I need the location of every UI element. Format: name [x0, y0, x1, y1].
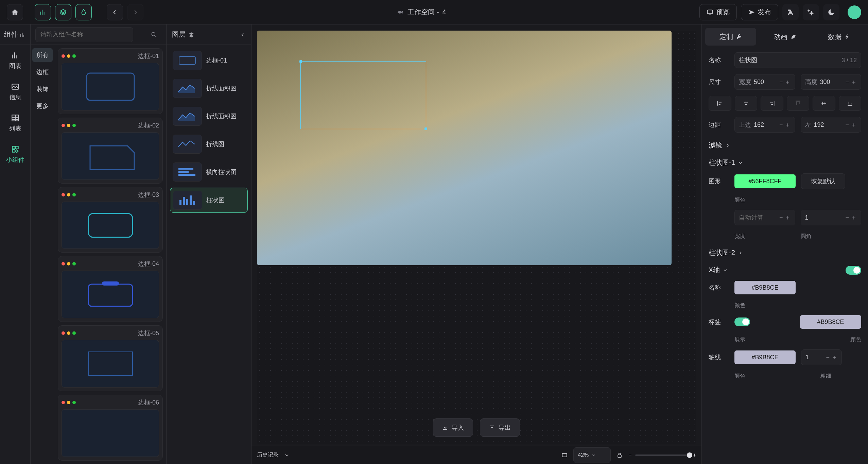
tab-custom[interactable]: 定制 — [705, 28, 756, 46]
selection-box[interactable] — [300, 61, 426, 129]
layer-item[interactable]: 边框-01 — [170, 48, 248, 73]
fit-icon[interactable] — [561, 452, 568, 459]
stepper[interactable]: − ＋ — [845, 78, 857, 86]
gallery-card[interactable]: 边框-05 — [58, 325, 163, 391]
xaxis-switch[interactable] — [846, 266, 861, 275]
lab-size: 尺寸 — [709, 78, 729, 86]
chevron-left-icon[interactable] — [240, 32, 246, 38]
align-vcenter[interactable] — [813, 96, 835, 111]
axis-line-weight-input[interactable] — [805, 354, 823, 361]
layer-item[interactable]: 折线面积图 — [170, 104, 248, 128]
publish-button[interactable]: 发布 — [741, 4, 778, 20]
radius-input[interactable] — [805, 214, 843, 221]
sub-color: 颜色 — [734, 196, 745, 204]
reset-default-button[interactable]: 恢复默认 — [801, 173, 845, 189]
lab-axis-tick: 标签 — [709, 318, 729, 326]
name-input[interactable] — [739, 57, 839, 64]
svg-rect-5 — [88, 213, 133, 237]
chart-icon — [11, 51, 20, 60]
gallery-card[interactable]: 边框-04 — [58, 256, 163, 322]
shape-color-swatch[interactable]: #56FF8CFF — [734, 174, 796, 188]
stepper[interactable]: − ＋ — [779, 78, 791, 86]
stepper[interactable]: − ＋ — [845, 213, 857, 222]
section-series2[interactable]: 柱状图-2 — [709, 248, 861, 257]
tab-anim[interactable]: 动画 — [760, 28, 811, 46]
filter-deco[interactable]: 装饰 — [32, 82, 53, 96]
lock-icon[interactable] — [616, 452, 623, 459]
axis-tick-switch[interactable] — [734, 317, 750, 326]
gallery-card[interactable]: 边框-02 — [58, 118, 163, 184]
height-field[interactable]: 高度− ＋ — [801, 74, 862, 90]
sub-axis-name: 颜色 — [734, 302, 745, 309]
gallery-card[interactable]: 边框-01 — [58, 48, 163, 114]
axis-line-weight-field[interactable]: − ＋ — [801, 349, 842, 365]
card-grid: 边框-01 边框-02 边框-03 边框-04 边框-05 — [54, 45, 166, 464]
section-filter[interactable]: 滤镜 — [709, 141, 861, 150]
home-button[interactable] — [7, 4, 23, 20]
zoom-slider[interactable]: −+ — [628, 452, 696, 458]
rail-item-info[interactable]: 信息 — [0, 76, 30, 107]
gallery-card[interactable]: 边框-06 — [58, 395, 163, 461]
preview-button[interactable]: 预览 — [699, 4, 737, 20]
darkmode-button[interactable] — [823, 4, 839, 20]
filter-all[interactable]: 所有 — [32, 48, 53, 62]
import-button[interactable]: 导入 — [433, 418, 473, 437]
margin-left-field[interactable]: 左− ＋ — [801, 117, 862, 133]
axis-name-color[interactable]: #B9B8CE — [734, 281, 796, 294]
rail-label: 信息 — [9, 93, 21, 101]
rail-item-widget[interactable]: 小组件 — [0, 139, 30, 170]
stepper[interactable]: − ＋ — [845, 121, 857, 129]
section-xaxis[interactable]: X轴 — [709, 265, 861, 275]
chevron-down-icon — [723, 268, 728, 273]
filter-more[interactable]: 更多 — [32, 99, 53, 113]
undo-button[interactable] — [107, 4, 123, 20]
margin-top-input[interactable] — [754, 121, 777, 128]
width-input[interactable] — [754, 79, 777, 86]
tool-chart-button[interactable] — [35, 4, 51, 20]
section-series1[interactable]: 柱状图-1 — [709, 158, 861, 167]
card-label: 边框-04 — [138, 260, 159, 268]
layer-item[interactable]: 横向柱状图 — [170, 160, 248, 184]
margin-top-field[interactable]: 上边− ＋ — [734, 117, 795, 133]
axis-tick-color[interactable]: #B9B8CE — [800, 315, 861, 329]
auto-width-field[interactable]: − ＋ — [734, 210, 795, 225]
layer-item[interactable]: 柱状图 — [170, 188, 248, 213]
align-bottom[interactable] — [839, 96, 862, 111]
align-left[interactable] — [709, 96, 731, 111]
tool-theme-button[interactable] — [75, 4, 92, 20]
name-field[interactable]: 3 / 12 — [734, 52, 861, 68]
align-hcenter[interactable] — [735, 96, 758, 111]
search-input[interactable] — [35, 27, 133, 42]
chevron-down-icon[interactable] — [591, 453, 596, 458]
redo-button[interactable] — [127, 4, 143, 20]
filter-border[interactable]: 边框 — [32, 65, 53, 79]
rail-item-chart[interactable]: 图表 — [0, 45, 30, 76]
translate-button[interactable] — [782, 4, 799, 20]
tool-layers-button[interactable] — [55, 4, 71, 20]
margin-left-input[interactable] — [814, 121, 843, 128]
pre-height: 高度 — [805, 78, 817, 86]
magic-button[interactable] — [803, 4, 819, 20]
axis-line-color[interactable]: #B9B8CE — [734, 350, 796, 364]
stepper[interactable]: − ＋ — [826, 353, 837, 361]
align-top[interactable] — [787, 96, 810, 111]
component-rail: 组件 图表 信息 列表 小组件 — [0, 24, 31, 464]
avatar[interactable] — [848, 5, 861, 19]
radius-field[interactable]: − ＋ — [801, 210, 862, 225]
layer-item[interactable]: 折线图 — [170, 132, 248, 156]
auto-width-input[interactable] — [739, 214, 777, 221]
tab-data[interactable]: 数据 — [814, 28, 865, 46]
export-button[interactable]: 导出 — [480, 418, 520, 437]
stepper[interactable]: − ＋ — [779, 213, 791, 222]
height-input[interactable] — [820, 79, 843, 86]
gallery-card[interactable]: 边框-03 — [58, 187, 163, 253]
rail-item-table[interactable]: 列表 — [0, 107, 30, 139]
canvas-area[interactable]: 导入 导出 — [251, 24, 701, 464]
layer-item[interactable]: 折线面积图 — [170, 76, 248, 101]
stepper[interactable]: − ＋ — [779, 121, 791, 129]
history-label[interactable]: 历史记录 — [257, 451, 279, 459]
inspector-tabs: 定制 动画 数据 — [702, 24, 868, 49]
align-right[interactable] — [761, 96, 783, 111]
width-field[interactable]: 宽度− ＋ — [734, 74, 795, 90]
chevron-down-icon[interactable] — [284, 452, 290, 458]
